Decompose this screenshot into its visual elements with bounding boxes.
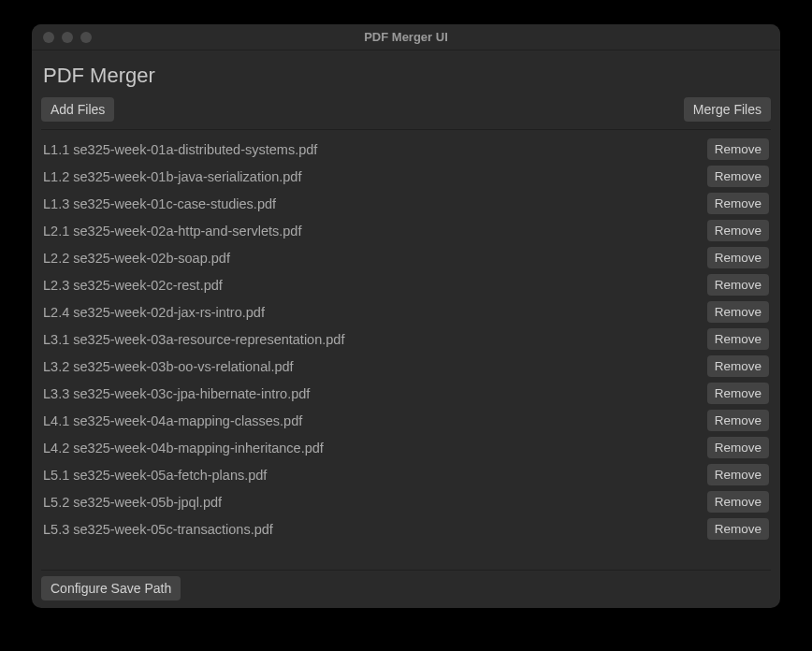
file-name: L2.4 se325-week-02d-jax-rs-intro.pdf — [43, 305, 265, 320]
remove-button[interactable]: Remove — [707, 464, 769, 485]
minimize-dot-icon[interactable] — [62, 32, 73, 43]
file-name: L1.1 se325-week-01a-distributed-systems.… — [43, 142, 317, 157]
remove-button[interactable]: Remove — [707, 437, 769, 458]
file-list[interactable]: L1.1 se325-week-01a-distributed-systems.… — [41, 129, 771, 571]
remove-button[interactable]: Remove — [707, 328, 769, 350]
remove-button[interactable]: Remove — [707, 166, 769, 187]
file-name: L1.2 se325-week-01b-java-serialization.p… — [43, 169, 301, 184]
file-row[interactable]: L2.4 se325-week-02d-jax-rs-intro.pdfRemo… — [41, 298, 771, 326]
file-name: L3.1 se325-week-03a-resource-representat… — [43, 332, 344, 347]
file-row[interactable]: L1.3 se325-week-01c-case-studies.pdfRemo… — [41, 190, 771, 217]
content-area: PDF Merger Add Files Merge Files L1.1 se… — [32, 51, 780, 608]
file-name: L5.2 se325-week-05b-jpql.pdf — [43, 495, 222, 510]
file-row[interactable]: L2.1 se325-week-02a-http-and-servlets.pd… — [41, 217, 771, 244]
remove-button[interactable]: Remove — [707, 410, 769, 431]
file-row[interactable]: L1.1 se325-week-01a-distributed-systems.… — [41, 136, 771, 163]
close-dot-icon[interactable] — [43, 32, 54, 43]
remove-button[interactable]: Remove — [707, 518, 769, 540]
remove-button[interactable]: Remove — [707, 301, 769, 323]
file-row[interactable]: L5.2 se325-week-05b-jpql.pdfRemove — [41, 488, 771, 515]
file-name: L4.2 se325-week-04b-mapping-inheritance.… — [43, 441, 324, 456]
toolbar: Add Files Merge Files — [41, 97, 771, 122]
file-row[interactable]: L4.2 se325-week-04b-mapping-inheritance.… — [41, 434, 771, 461]
file-row[interactable]: L3.3 se325-week-03c-jpa-hibernate-intro.… — [41, 380, 771, 407]
file-name: L3.3 se325-week-03c-jpa-hibernate-intro.… — [43, 386, 310, 401]
remove-button[interactable]: Remove — [707, 193, 769, 214]
remove-button[interactable]: Remove — [707, 220, 769, 241]
file-name: L3.2 se325-week-03b-oo-vs-relational.pdf — [43, 359, 294, 374]
titlebar: PDF Merger UI — [32, 24, 780, 51]
file-name: L5.3 se325-week-05c-transactions.pdf — [43, 522, 273, 537]
file-name: L5.1 se325-week-05a-fetch-plans.pdf — [43, 468, 267, 483]
remove-button[interactable]: Remove — [707, 274, 769, 296]
add-files-button[interactable]: Add Files — [41, 97, 114, 122]
file-row[interactable]: L3.2 se325-week-03b-oo-vs-relational.pdf… — [41, 353, 771, 380]
file-name: L1.3 se325-week-01c-case-studies.pdf — [43, 196, 276, 211]
app-window: PDF Merger UI PDF Merger Add Files Merge… — [32, 24, 780, 608]
file-row[interactable]: L1.2 se325-week-01b-java-serialization.p… — [41, 163, 771, 190]
configure-save-path-button[interactable]: Configure Save Path — [41, 576, 181, 600]
file-row[interactable]: L2.3 se325-week-02c-rest.pdfRemove — [41, 271, 771, 298]
file-row[interactable]: L5.3 se325-week-05c-transactions.pdfRemo… — [41, 515, 771, 542]
window-title: PDF Merger UI — [32, 30, 780, 44]
file-name: L4.1 se325-week-04a-mapping-classes.pdf — [43, 413, 302, 428]
file-row[interactable]: L4.1 se325-week-04a-mapping-classes.pdfR… — [41, 407, 771, 434]
window-controls — [32, 32, 92, 43]
page-title: PDF Merger — [41, 60, 771, 97]
remove-button[interactable]: Remove — [707, 491, 769, 513]
merge-files-button[interactable]: Merge Files — [684, 97, 771, 122]
remove-button[interactable]: Remove — [707, 383, 769, 404]
footer: Configure Save Path — [41, 571, 771, 600]
file-name: L2.1 se325-week-02a-http-and-servlets.pd… — [43, 224, 301, 239]
remove-button[interactable]: Remove — [707, 247, 769, 268]
remove-button[interactable]: Remove — [707, 138, 769, 160]
file-name: L2.3 se325-week-02c-rest.pdf — [43, 278, 223, 293]
remove-button[interactable]: Remove — [707, 355, 769, 377]
file-row[interactable]: L2.2 se325-week-02b-soap.pdfRemove — [41, 244, 771, 271]
maximize-dot-icon[interactable] — [80, 32, 92, 43]
file-row[interactable]: L5.1 se325-week-05a-fetch-plans.pdfRemov… — [41, 461, 771, 488]
file-name: L2.2 se325-week-02b-soap.pdf — [43, 251, 230, 266]
file-row[interactable]: L3.1 se325-week-03a-resource-representat… — [41, 326, 771, 353]
